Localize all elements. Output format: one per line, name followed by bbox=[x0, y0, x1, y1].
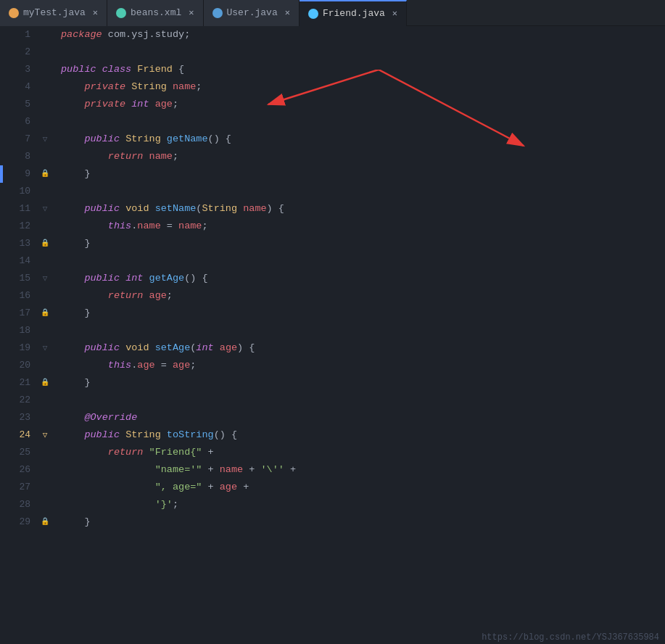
ln-3: 3 bbox=[3, 61, 30, 78]
gutter-7[interactable]: ▽ bbox=[38, 131, 52, 148]
code-line-27: ", age=" + age + bbox=[61, 479, 665, 496]
ln-20: 20 bbox=[3, 357, 30, 374]
gutter-23 bbox=[38, 409, 52, 426]
tab-icon-user bbox=[212, 8, 223, 18]
code-line-23: @Override bbox=[61, 409, 665, 426]
gutter-3 bbox=[38, 61, 52, 78]
fold-icon-11[interactable]: ▽ bbox=[43, 200, 48, 218]
gutter-11[interactable]: ▽ bbox=[38, 200, 52, 218]
tab-user[interactable]: User.java ✕ bbox=[204, 0, 300, 26]
lock-icon-13: 🔒 bbox=[41, 235, 49, 252]
ln-27: 27 bbox=[3, 479, 30, 496]
code-line-2 bbox=[61, 44, 665, 61]
ln-26: 26 bbox=[3, 461, 30, 479]
code-line-24: public String toString() { bbox=[61, 426, 665, 444]
ln-17: 17 bbox=[3, 305, 30, 322]
ln-28: 28 bbox=[3, 496, 30, 513]
code-line-11: public void setName(String name) { bbox=[61, 200, 665, 218]
tab-friend[interactable]: Friend.java ✕ bbox=[300, 0, 407, 26]
ln-13: 13 bbox=[3, 235, 30, 252]
gutter-20 bbox=[38, 357, 52, 374]
code-line-13: } bbox=[61, 235, 665, 252]
ln-12: 12 bbox=[3, 218, 30, 235]
tab-icon-myTest bbox=[9, 8, 19, 18]
code-line-22 bbox=[61, 392, 665, 409]
gutter-12 bbox=[38, 218, 52, 235]
lock-icon-17: 🔒 bbox=[41, 305, 49, 322]
tab-beans[interactable]: beans.xml ✕ bbox=[107, 0, 203, 26]
ln-16: 16 bbox=[3, 287, 30, 305]
gutter-18 bbox=[38, 322, 52, 339]
code-line-17: } bbox=[61, 305, 665, 322]
gutter-28 bbox=[38, 496, 52, 513]
ln-9: 9 bbox=[3, 165, 30, 183]
gutter-13: 🔒 bbox=[38, 235, 52, 252]
gutter-17: 🔒 bbox=[38, 305, 52, 322]
code-line-14 bbox=[61, 252, 665, 270]
tab-close-friend[interactable]: ✕ bbox=[392, 8, 397, 19]
gutter-19[interactable]: ▽ bbox=[38, 339, 52, 357]
code-line-7: public String getName() { bbox=[61, 131, 665, 148]
ln-6: 6 bbox=[3, 113, 30, 131]
code-line-3: public class Friend { bbox=[61, 61, 665, 78]
code-line-20: this.age = age; bbox=[61, 357, 665, 374]
ln-11: 11 bbox=[3, 200, 30, 218]
gutter-16 bbox=[38, 287, 52, 305]
ln-5: 5 bbox=[3, 96, 30, 113]
gutter-21: 🔒 bbox=[38, 374, 52, 392]
gutter-26 bbox=[38, 461, 52, 479]
ln-14: 14 bbox=[3, 252, 30, 270]
tab-myTest[interactable]: myTest.java ✕ bbox=[0, 0, 107, 26]
code-content[interactable]: package com.ysj.study; public class Frie… bbox=[52, 26, 665, 644]
tab-icon-beans bbox=[116, 8, 126, 18]
code-line-16: return age; bbox=[61, 287, 665, 305]
gutter-4 bbox=[38, 78, 52, 96]
ln-4: 4 bbox=[3, 78, 30, 96]
ln-15: 15 bbox=[3, 270, 30, 287]
gutter-25 bbox=[38, 444, 52, 461]
gutter-27 bbox=[38, 479, 52, 496]
code-line-19: public void setAge(int age) { bbox=[61, 339, 665, 357]
warn-fold-icon-24[interactable]: ▽ bbox=[43, 426, 48, 444]
tab-bar: myTest.java ✕ beans.xml ✕ User.java ✕ Fr… bbox=[0, 0, 665, 26]
code-line-21: } bbox=[61, 374, 665, 392]
gutter-1 bbox=[38, 26, 52, 44]
code-line-28: '}'; bbox=[61, 496, 665, 513]
fold-icon-15[interactable]: ▽ bbox=[43, 270, 48, 287]
ln-24: 24 bbox=[3, 426, 30, 444]
gutter-8 bbox=[38, 148, 52, 165]
lock-icon-21: 🔒 bbox=[41, 374, 49, 392]
code-line-6 bbox=[61, 113, 665, 131]
gutter-9: 🔒 bbox=[38, 165, 52, 183]
tab-close-beans[interactable]: ✕ bbox=[189, 7, 194, 18]
gutter-6 bbox=[38, 113, 52, 131]
gutter-24[interactable]: ▽ bbox=[38, 426, 52, 444]
ln-19: 19 bbox=[3, 339, 30, 357]
gutter: ▽ 🔒 ▽ 🔒 ▽ 🔒 ▽ 🔒 ▽ 🔒 bbox=[38, 26, 52, 644]
tab-close-myTest[interactable]: ✕ bbox=[93, 7, 98, 18]
gutter-15[interactable]: ▽ bbox=[38, 270, 52, 287]
code-line-26: "name='" + name + '\'' + bbox=[61, 461, 665, 479]
fold-icon-19[interactable]: ▽ bbox=[43, 339, 48, 357]
lock-icon-9: 🔒 bbox=[41, 165, 49, 183]
ln-21: 21 bbox=[3, 374, 30, 392]
code-line-4: private String name; bbox=[61, 78, 665, 96]
ln-2: 2 bbox=[3, 44, 30, 61]
ln-29: 29 bbox=[3, 513, 30, 531]
code-line-10 bbox=[61, 183, 665, 200]
gutter-14 bbox=[38, 252, 52, 270]
ln-7: 7 bbox=[3, 131, 30, 148]
editor: 1 2 3 4 5 6 7 8 9 10 11 12 13 14 15 16 1… bbox=[0, 26, 665, 644]
code-line-25: return "Friend{" + bbox=[61, 444, 665, 461]
code-line-9: } bbox=[61, 165, 665, 183]
ln-23: 23 bbox=[3, 409, 30, 426]
code-line-5: private int age; bbox=[61, 96, 665, 113]
ln-8: 8 bbox=[3, 148, 30, 165]
code-line-29: } bbox=[61, 513, 665, 531]
ln-1: 1 bbox=[3, 26, 30, 44]
tab-close-user[interactable]: ✕ bbox=[285, 7, 290, 18]
ln-18: 18 bbox=[3, 322, 30, 339]
code-line-8: return name; bbox=[61, 148, 665, 165]
fold-icon-7[interactable]: ▽ bbox=[43, 131, 48, 148]
ln-25: 25 bbox=[3, 444, 30, 461]
